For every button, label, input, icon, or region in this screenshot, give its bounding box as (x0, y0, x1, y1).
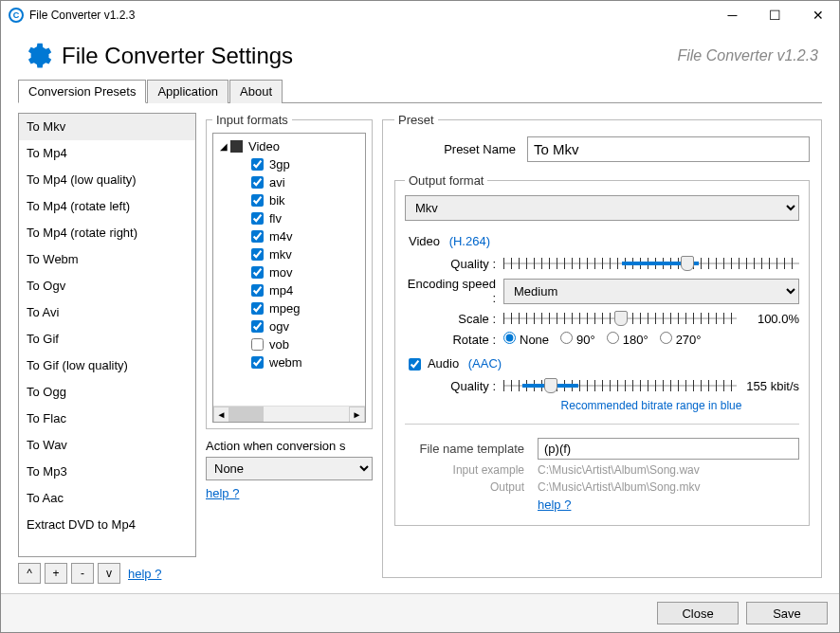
preset-legend: Preset (394, 113, 438, 127)
format-item-vob[interactable]: vob (217, 335, 361, 353)
audio-quality-slider[interactable] (503, 376, 737, 395)
group-checkbox[interactable] (230, 140, 243, 153)
add-preset-button[interactable]: + (45, 563, 67, 584)
tab-conversion-presets[interactable]: Conversion Presets (18, 80, 146, 103)
rotate-option[interactable]: 90° (560, 332, 595, 347)
preset-item[interactable]: Extract DVD to Mp4 (19, 512, 195, 538)
footer: Close Save (1, 593, 839, 632)
input-formats-group: Input formats ◢ Video 3gpavibikflvm4vmkv… (206, 113, 373, 429)
video-quality-label: Quality : (405, 257, 503, 271)
move-down-button[interactable]: v (98, 563, 120, 584)
move-up-button[interactable]: ^ (18, 563, 41, 584)
format-checkbox[interactable] (251, 212, 264, 225)
close-window-button[interactable]: ✕ (796, 2, 839, 28)
format-item-flv[interactable]: flv (217, 209, 361, 227)
input-example-value: C:\Music\Artist\Album\Song.wav (538, 463, 799, 477)
save-button[interactable]: Save (746, 602, 828, 624)
rotate-option[interactable]: 270° (660, 332, 702, 347)
preset-item[interactable]: To Aac (19, 485, 195, 512)
format-checkbox[interactable] (251, 284, 264, 297)
video-quality-slider[interactable] (503, 254, 799, 273)
output-example-value: C:\Music\Artist\Album\Song.mkv (538, 480, 799, 494)
filename-template-label: File name template (405, 442, 538, 456)
preset-item[interactable]: To Mp4 (19, 140, 195, 167)
preset-item[interactable]: To Avi (19, 299, 195, 326)
filename-template-input[interactable] (538, 438, 799, 460)
preset-item[interactable]: To Flac (19, 406, 195, 432)
format-checkbox[interactable] (251, 302, 264, 315)
preset-list[interactable]: To MkvTo Mp4To Mp4 (low quality)To Mp4 (… (18, 113, 196, 557)
rotate-label: Rotate : (405, 333, 503, 347)
preset-name-label: Preset Name (394, 142, 527, 156)
audio-quality-label: Quality : (405, 379, 503, 393)
output-example-label: Output (405, 480, 538, 494)
format-checkbox[interactable] (251, 230, 264, 243)
expand-icon[interactable]: ◢ (217, 141, 230, 152)
format-checkbox[interactable] (251, 176, 264, 189)
rotate-option[interactable]: None (503, 332, 549, 347)
preset-item[interactable]: To Wav (19, 432, 195, 459)
format-item-mkv[interactable]: mkv (217, 245, 361, 263)
preset-item[interactable]: To Mp4 (rotate right) (19, 220, 195, 246)
audio-bitrate-value: 155 kbit/s (737, 379, 799, 393)
preset-item[interactable]: To Mkv (19, 114, 195, 140)
action-label: Action when conversion s (206, 439, 373, 453)
encoding-speed-select[interactable]: Medium (503, 279, 799, 304)
preset-item[interactable]: To Mp3 (19, 459, 195, 485)
preset-item[interactable]: To Mp4 (low quality) (19, 167, 195, 193)
tab-about[interactable]: About (229, 80, 283, 103)
encoding-speed-label: Encoding speed : (405, 277, 503, 305)
format-checkbox[interactable] (251, 248, 264, 261)
format-checkbox[interactable] (251, 338, 264, 351)
scale-slider[interactable] (503, 309, 737, 328)
format-item-mp4[interactable]: mp4 (217, 281, 361, 299)
preset-name-input[interactable] (527, 136, 810, 162)
format-item-m4v[interactable]: m4v (217, 227, 361, 245)
format-checkbox[interactable] (251, 320, 264, 333)
tree-group-video[interactable]: ◢ Video (217, 137, 361, 155)
format-checkbox[interactable] (251, 266, 264, 279)
format-item-mov[interactable]: mov (217, 263, 361, 281)
format-checkbox[interactable] (251, 194, 264, 207)
presets-help-link[interactable]: help ? (128, 567, 161, 581)
rotate-option[interactable]: 180° (607, 332, 648, 347)
preset-item[interactable]: To Mp4 (rotate left) (19, 193, 195, 220)
window-title: File Converter v1.2.3 (29, 9, 711, 22)
maximize-button[interactable]: ☐ (754, 2, 796, 28)
scale-label: Scale : (405, 312, 503, 326)
minimize-button[interactable]: ─ (711, 2, 754, 28)
audio-enable-checkbox[interactable] (409, 358, 421, 371)
format-item-3gp[interactable]: 3gp (217, 155, 361, 173)
format-checkbox[interactable] (251, 356, 264, 369)
tab-application[interactable]: Application (147, 80, 228, 103)
preset-item[interactable]: To Ogg (19, 379, 195, 406)
preset-item[interactable]: To Ogv (19, 273, 195, 299)
format-item-mpeg[interactable]: mpeg (217, 299, 361, 317)
remove-preset-button[interactable]: - (71, 563, 94, 584)
format-item-webm[interactable]: webm (217, 353, 361, 371)
horizontal-scrollbar[interactable]: ◄ ► (213, 406, 365, 422)
format-item-bik[interactable]: bik (217, 191, 361, 209)
output-format-select[interactable]: Mkv (405, 195, 799, 221)
titlebar: C File Converter v1.2.3 ─ ☐ ✕ (1, 1, 839, 29)
format-checkbox[interactable] (251, 158, 264, 171)
scale-value: 100.0% (737, 312, 799, 326)
output-format-group: Output format Mkv Video (H.264) Quality … (394, 173, 810, 526)
preset-item[interactable]: To Gif (19, 326, 195, 353)
preset-item[interactable]: To Webm (19, 246, 195, 273)
action-help-link[interactable]: help ? (206, 486, 373, 500)
preset-group: Preset Preset Name Output format Mkv Vid… (382, 113, 822, 578)
filename-help-link[interactable]: help ? (538, 497, 571, 512)
format-item-ogv[interactable]: ogv (217, 317, 361, 335)
scroll-right-icon[interactable]: ► (349, 407, 365, 423)
gear-icon (22, 41, 52, 71)
format-item-avi[interactable]: avi (217, 173, 361, 191)
tabs: Conversion Presets Application About (18, 79, 822, 103)
preset-item[interactable]: To Gif (low quality) (19, 353, 195, 379)
action-select[interactable]: None (206, 457, 373, 480)
input-formats-legend: Input formats (212, 113, 292, 127)
close-button[interactable]: Close (657, 602, 739, 624)
input-formats-tree[interactable]: ◢ Video 3gpavibikflvm4vmkvmovmp4mpegogvv… (212, 133, 366, 423)
scroll-left-icon[interactable]: ◄ (213, 407, 229, 423)
app-icon: C (9, 8, 24, 23)
